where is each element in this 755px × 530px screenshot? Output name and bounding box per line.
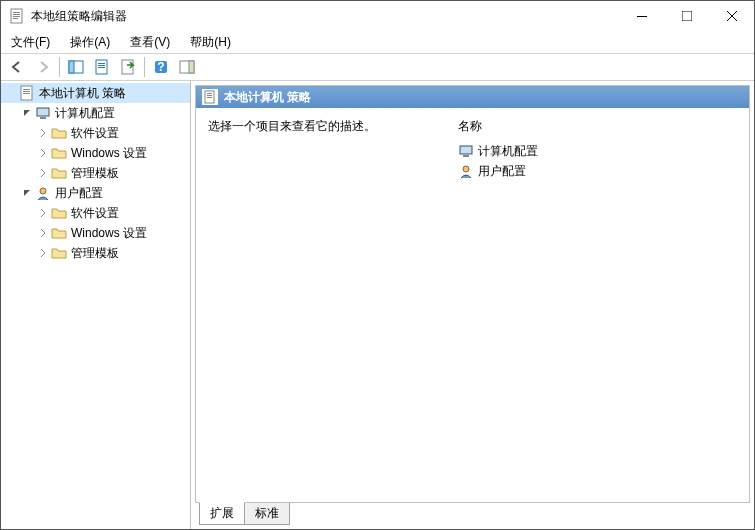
titlebar: 本地组策略编辑器 xyxy=(1,1,754,31)
tree-root[interactable]: 本地计算机 策略 xyxy=(1,83,190,103)
content-header: 本地计算机 策略 xyxy=(196,86,749,108)
back-button[interactable] xyxy=(5,55,29,79)
maximize-button[interactable] xyxy=(664,1,709,31)
folder-icon xyxy=(51,165,67,181)
folder-icon xyxy=(51,145,67,161)
svg-rect-28 xyxy=(207,93,212,94)
column-header-name[interactable]: 名称 xyxy=(458,118,737,135)
description-column: 选择一个项目来查看它的描述。 xyxy=(208,118,418,492)
tree-label: 管理模板 xyxy=(71,165,119,182)
tree-user-config[interactable]: 用户配置 xyxy=(17,183,190,203)
window-title: 本地组策略编辑器 xyxy=(31,8,619,25)
svg-rect-13 xyxy=(98,65,105,66)
export-list-button[interactable] xyxy=(116,55,140,79)
list-item-label: 计算机配置 xyxy=(478,143,538,160)
body: 本地计算机 策略 计算机配置 xyxy=(1,81,754,529)
content-header-title: 本地计算机 策略 xyxy=(224,89,311,106)
tree-admin-templates[interactable]: 管理模板 xyxy=(33,163,190,183)
tab-standard[interactable]: 标准 xyxy=(244,503,290,525)
close-button[interactable] xyxy=(709,1,754,31)
svg-rect-29 xyxy=(207,95,212,96)
app-icon xyxy=(9,8,25,24)
user-icon xyxy=(458,163,474,179)
svg-rect-5 xyxy=(637,16,647,17)
collapse-icon[interactable] xyxy=(21,107,33,119)
svg-rect-32 xyxy=(463,155,469,157)
svg-rect-25 xyxy=(40,117,46,119)
svg-rect-10 xyxy=(69,61,74,73)
tree-windows-settings[interactable]: Windows 设置 xyxy=(33,223,190,243)
svg-point-33 xyxy=(463,166,469,172)
svg-rect-19 xyxy=(189,61,194,73)
forward-button[interactable] xyxy=(31,55,55,79)
minimize-button[interactable] xyxy=(619,1,664,31)
tree-label: 本地计算机 策略 xyxy=(39,85,126,102)
expand-icon[interactable] xyxy=(37,207,49,219)
expand-icon[interactable] xyxy=(37,247,49,259)
properties-button[interactable] xyxy=(90,55,114,79)
toolbar-separator xyxy=(59,57,60,77)
tree-label: Windows 设置 xyxy=(71,225,147,242)
menubar: 文件(F) 操作(A) 查看(V) 帮助(H) xyxy=(1,31,754,53)
tree-computer-config[interactable]: 计算机配置 xyxy=(17,103,190,123)
menu-action[interactable]: 操作(A) xyxy=(66,32,114,53)
toolbar: ? xyxy=(1,53,754,81)
svg-point-26 xyxy=(40,188,46,194)
user-icon xyxy=(35,185,51,201)
folder-icon xyxy=(51,205,67,221)
menu-view[interactable]: 查看(V) xyxy=(126,32,174,53)
help-button[interactable]: ? xyxy=(149,55,173,79)
content-box: 本地计算机 策略 选择一个项目来查看它的描述。 名称 计算机配置 xyxy=(195,85,750,503)
tree-label: 软件设置 xyxy=(71,205,119,222)
tabstrip: 扩展 标准 xyxy=(195,503,750,525)
svg-text:?: ? xyxy=(157,60,164,74)
right-pane: 本地计算机 策略 选择一个项目来查看它的描述。 名称 计算机配置 xyxy=(191,81,754,529)
list-column: 名称 计算机配置 用户配置 xyxy=(458,118,737,492)
folder-icon xyxy=(51,125,67,141)
svg-rect-14 xyxy=(98,67,105,68)
show-hide-action-pane-button[interactable] xyxy=(175,55,199,79)
list-item-label: 用户配置 xyxy=(478,163,526,180)
tree-windows-settings[interactable]: Windows 设置 xyxy=(33,143,190,163)
tree-software-settings[interactable]: 软件设置 xyxy=(33,123,190,143)
tree-pane[interactable]: 本地计算机 策略 计算机配置 xyxy=(1,81,191,529)
description-text: 选择一个项目来查看它的描述。 xyxy=(208,119,376,133)
folder-icon xyxy=(51,225,67,241)
window: 本地组策略编辑器 文件(F) 操作(A) 查看(V) 帮助(H) ? xyxy=(0,0,755,530)
show-hide-tree-button[interactable] xyxy=(64,55,88,79)
svg-rect-23 xyxy=(23,93,30,94)
tree-label: 计算机配置 xyxy=(55,105,115,122)
tree-label: 用户配置 xyxy=(55,185,103,202)
tab-extended[interactable]: 扩展 xyxy=(199,502,245,525)
toolbar-separator xyxy=(144,57,145,77)
svg-rect-21 xyxy=(23,89,30,90)
svg-rect-24 xyxy=(37,108,49,116)
expand-icon[interactable] xyxy=(37,147,49,159)
menu-file[interactable]: 文件(F) xyxy=(7,32,54,53)
svg-rect-31 xyxy=(460,146,472,154)
tree-label: 软件设置 xyxy=(71,125,119,142)
list-item-user-config[interactable]: 用户配置 xyxy=(458,161,737,181)
svg-rect-30 xyxy=(207,97,212,98)
computer-icon xyxy=(458,143,474,159)
policy-icon xyxy=(202,89,218,105)
computer-icon xyxy=(35,105,51,121)
expand-icon[interactable] xyxy=(37,227,49,239)
tree-software-settings[interactable]: 软件设置 xyxy=(33,203,190,223)
svg-rect-2 xyxy=(13,14,20,15)
tree-label: 管理模板 xyxy=(71,245,119,262)
folder-icon xyxy=(51,245,67,261)
svg-rect-4 xyxy=(13,18,18,19)
list-item-computer-config[interactable]: 计算机配置 xyxy=(458,141,737,161)
tree-label: Windows 设置 xyxy=(71,145,147,162)
policy-icon xyxy=(19,85,35,101)
expand-icon[interactable] xyxy=(37,167,49,179)
svg-rect-1 xyxy=(13,12,20,13)
blank-twist xyxy=(5,87,17,99)
svg-rect-22 xyxy=(23,91,30,92)
tree-admin-templates[interactable]: 管理模板 xyxy=(33,243,190,263)
menu-help[interactable]: 帮助(H) xyxy=(186,32,235,53)
expand-icon[interactable] xyxy=(37,127,49,139)
collapse-icon[interactable] xyxy=(21,187,33,199)
content-body: 选择一个项目来查看它的描述。 名称 计算机配置 用户配置 xyxy=(196,108,749,502)
